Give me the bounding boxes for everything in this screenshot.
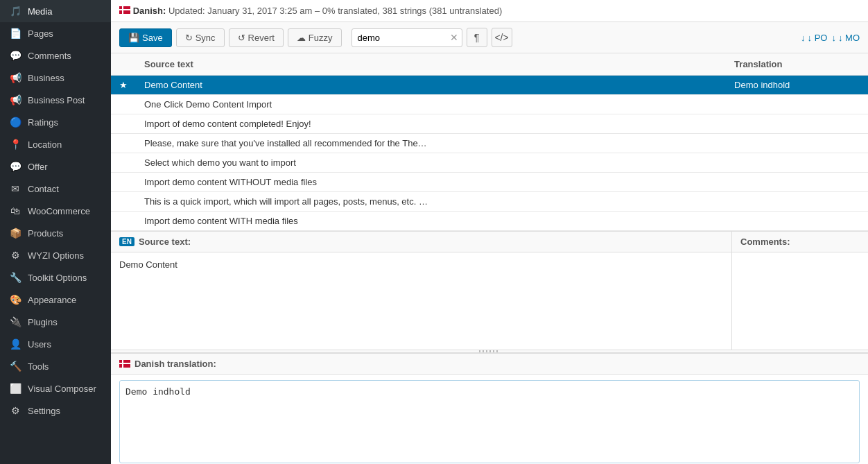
search-input[interactable] xyxy=(351,28,462,47)
pages-icon: 📄 xyxy=(8,28,22,39)
business-post-icon: 📢 xyxy=(8,94,22,105)
source-text-value: Demo Content xyxy=(119,259,177,270)
media-icon: 🎵 xyxy=(8,6,22,17)
star-icon: ★ xyxy=(119,80,128,90)
source-panel: EN Source text: Demo Content xyxy=(111,232,732,350)
sidebar-item-label: Settings xyxy=(28,406,103,416)
star-cell xyxy=(111,95,136,114)
sidebar-item-users[interactable]: 👤Users xyxy=(0,333,111,355)
status-text: Updated: January 31, 2017 3:25 am – 0% t… xyxy=(168,6,502,16)
table-row[interactable]: Please, make sure that you've installed … xyxy=(111,134,868,153)
sidebar-item-tools[interactable]: 🔨Tools xyxy=(0,355,111,377)
save-icon: 💾 xyxy=(128,33,139,43)
sidebar-item-contact[interactable]: ✉Contact xyxy=(0,178,111,200)
po-download-link[interactable]: ↓ ↓ PO xyxy=(801,33,827,43)
sidebar-item-label: Visual Composer xyxy=(28,384,103,394)
bottom-panels: EN Source text: Demo Content Comments: xyxy=(111,231,868,350)
danish-translation-panel: Danish translation: xyxy=(111,353,868,464)
save-button[interactable]: 💾 Save xyxy=(119,28,172,47)
sidebar-item-settings[interactable]: ⚙Settings xyxy=(0,399,111,422)
offer-icon: 💬 xyxy=(8,161,22,172)
source-cell: Import demo content WITH media files xyxy=(136,212,726,231)
paragraph-icon-btn[interactable]: ¶ xyxy=(467,28,487,47)
table-row[interactable]: Import demo content WITH media files xyxy=(111,212,868,231)
star-cell: ★ xyxy=(111,76,136,95)
sidebar-item-toolkit-options[interactable]: 🔧Toolkit Options xyxy=(0,266,111,289)
sidebar-item-location[interactable]: 📍Location xyxy=(0,133,111,155)
sidebar-item-business-post[interactable]: 📢Business Post xyxy=(0,89,111,111)
ratings-icon: 🔵 xyxy=(8,117,22,128)
users-icon: 👤 xyxy=(8,338,22,350)
plugins-icon: 🔌 xyxy=(8,316,22,327)
business-icon: 📢 xyxy=(8,72,22,83)
resize-dots xyxy=(479,350,500,352)
sidebar-item-label: Media xyxy=(28,6,103,17)
source-panel-content: Demo Content xyxy=(111,252,731,350)
translation-cell xyxy=(726,153,868,173)
source-cell: Select which demo you want to import xyxy=(136,153,726,173)
sidebar-item-label: Users xyxy=(28,339,103,350)
star-cell xyxy=(111,192,136,212)
danish-flag-icon-small xyxy=(119,360,130,368)
star-cell xyxy=(111,212,136,231)
panels-area: EN Source text: Demo Content Comments: xyxy=(111,231,868,464)
table-row[interactable]: ★ Demo Content Demo indhold xyxy=(111,76,868,95)
code-icon-btn[interactable]: </> xyxy=(492,28,512,47)
source-cell: One Click Demo Content Import xyxy=(136,95,726,114)
star-cell xyxy=(111,134,136,153)
translation-textarea[interactable] xyxy=(119,380,860,463)
sidebar-item-label: Products xyxy=(28,228,103,239)
source-cell: Please, make sure that you've installed … xyxy=(136,134,726,153)
toolkit-options-icon: 🔧 xyxy=(8,272,22,283)
translation-cell xyxy=(726,192,868,212)
header-bar: Danish: Updated: January 31, 2017 3:25 a… xyxy=(111,0,868,22)
search-clear-icon[interactable]: ✕ xyxy=(450,32,458,43)
table-row[interactable]: Import demo content WITHOUT media files xyxy=(111,173,868,192)
source-panel-header: EN Source text: xyxy=(111,232,731,252)
sidebar-item-ratings[interactable]: 🔵Ratings xyxy=(0,111,111,133)
star-cell xyxy=(111,153,136,173)
sidebar-item-media[interactable]: 🎵Media xyxy=(0,0,111,22)
sidebar-item-label: Business xyxy=(28,73,103,83)
toolbar: 💾 Save ↻ Sync ↺ Revert ☁ Fuzzy ✕ ¶ </> xyxy=(111,22,868,53)
translation-col-header: Translation xyxy=(726,53,868,76)
translation-cell xyxy=(726,114,868,134)
download-mo-icon: ↓ xyxy=(831,33,836,43)
sidebar-item-label: Plugins xyxy=(28,317,103,327)
sidebar-item-offer[interactable]: 💬Offer xyxy=(0,155,111,178)
mo-download-link[interactable]: ↓ ↓ MO xyxy=(831,33,860,43)
wyzi-options-icon: ⚙ xyxy=(8,250,22,261)
revert-button[interactable]: ↺ Revert xyxy=(229,28,284,47)
table-row[interactable]: This is a quick import, which will impor… xyxy=(111,192,868,212)
sidebar-item-label: Tools xyxy=(28,361,103,372)
table-wrap: Source text Translation ★ Demo Content D… xyxy=(111,53,868,231)
sidebar: 🎵Media📄Pages💬Comments📢Business📢Business … xyxy=(0,0,111,464)
table-row[interactable]: One Click Demo Content Import xyxy=(111,95,868,114)
sidebar-item-appearance[interactable]: 🎨Appearance xyxy=(0,289,111,311)
sidebar-item-visual-composer[interactable]: ⬜Visual Composer xyxy=(0,377,111,399)
translation-cell xyxy=(726,173,868,192)
sidebar-item-plugins[interactable]: 🔌Plugins xyxy=(0,311,111,333)
sidebar-item-comments[interactable]: 💬Comments xyxy=(0,44,111,67)
fuzzy-icon: ☁ xyxy=(297,33,306,43)
source-cell: This is a quick import, which will impor… xyxy=(136,192,726,212)
danish-translation-header: Danish translation: xyxy=(111,354,868,375)
sidebar-item-business[interactable]: 📢Business xyxy=(0,67,111,89)
language-label: Danish: xyxy=(133,6,166,16)
table-row[interactable]: Select which demo you want to import xyxy=(111,153,868,173)
translation-cell: Demo indhold xyxy=(726,76,868,95)
location-icon: 📍 xyxy=(8,139,22,150)
main-content: Danish: Updated: January 31, 2017 3:25 a… xyxy=(111,0,868,464)
translation-textarea-wrap xyxy=(111,375,868,464)
sidebar-item-woocommerce[interactable]: 🛍WooCommerce xyxy=(0,200,111,222)
sync-button[interactable]: ↻ Sync xyxy=(176,28,225,47)
source-cell: Import of demo content completed! Enjoy! xyxy=(136,114,726,134)
table-row[interactable]: Import of demo content completed! Enjoy! xyxy=(111,114,868,134)
sidebar-item-wyzi-options[interactable]: ⚙WYZI Options xyxy=(0,244,111,266)
sidebar-item-label: Toolkit Options xyxy=(28,273,103,283)
sidebar-item-pages[interactable]: 📄Pages xyxy=(0,22,111,44)
fuzzy-button[interactable]: ☁ Fuzzy xyxy=(288,28,342,47)
sidebar-item-label: WYZI Options xyxy=(28,250,103,261)
sidebar-item-products[interactable]: 📦Products xyxy=(0,222,111,244)
sync-icon: ↻ xyxy=(185,33,193,43)
